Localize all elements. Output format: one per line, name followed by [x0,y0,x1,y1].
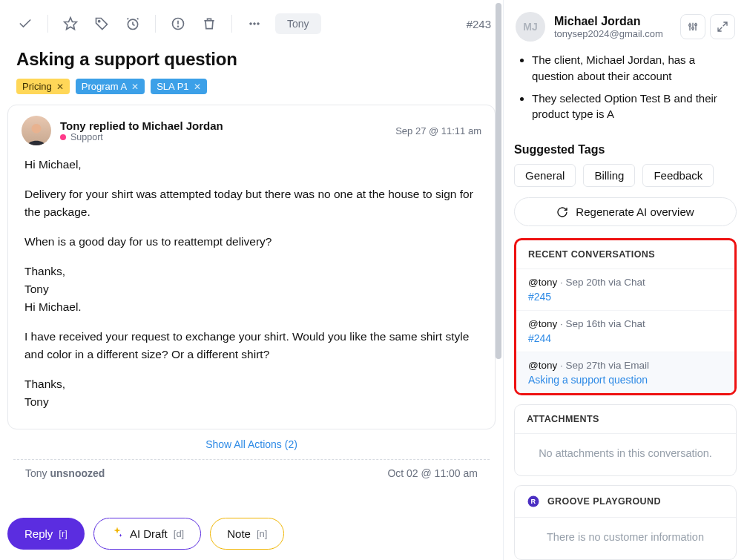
spam-icon[interactable] [165,10,191,37]
svg-point-1 [99,21,100,22]
expand-icon[interactable] [710,14,735,39]
refresh-icon [556,206,568,218]
svg-point-8 [32,124,42,134]
ai-overview-bullets: The client, Michael Jordan, has a questi… [514,49,737,137]
svg-text:r: r [531,498,536,505]
msg-p: Thanks, Tony [24,375,478,411]
bottom-bar: Reply [r] AI Draft [d] Note [n] [0,509,503,560]
page-title: Asking a support question [0,45,503,74]
message-card: Tony replied to Michael Jordan Support S… [7,105,496,429]
chip-general[interactable]: General [514,164,576,187]
msg-p: When is a good day for us to reattempt d… [24,233,478,251]
unsnooze-when: Oct 02 @ 11:00 am [387,467,478,479]
conv-subject[interactable]: #245 [528,291,723,303]
left-scrollbar[interactable] [496,3,501,359]
conv-meta: Sep 20th via Chat [566,277,645,288]
svg-point-11 [695,24,697,26]
playground-empty: There is no customer information [515,518,736,559]
unsnooze-who: Tony [25,467,47,479]
svg-marker-0 [65,18,77,30]
svg-point-9 [689,24,691,27]
separator [231,15,232,33]
attachments-section: Attachments No attachments in this conve… [514,404,737,476]
avatar [22,116,51,145]
conv-who: @tony [528,318,557,329]
playground-title: r Groove Playground [515,486,736,518]
playground-label: Groove Playground [547,496,661,507]
message-body: Hi Michael, Delivery for your shirt was … [8,153,495,429]
tag-pricing[interactable]: Pricing✕ [16,79,70,94]
toolbar: Tony #243 [0,0,503,45]
unsnooze-row: Tony unsnoozed Oct 02 @ 11:00 am [7,460,496,479]
sparkle-icon [111,526,124,541]
conv-who: @tony [528,277,557,288]
ai-label: AI Draft [130,527,168,540]
svg-point-7 [257,23,260,25]
conversation-id: #243 [467,18,491,30]
ai-key: [d] [174,528,184,539]
assignee-badge[interactable]: Tony [275,13,321,34]
tags-row: Pricing✕ Program A✕ SLA P1✕ [0,74,503,105]
settings-icon[interactable] [680,14,705,39]
message-role: Support [70,132,103,142]
tag-label: SLA P1 [157,81,188,92]
message-from: Tony replied to Michael Jordan [60,119,223,132]
snooze-icon[interactable] [119,10,146,37]
customer-header: MJ Michael Jordan tonysep2024@gmail.com [514,7,737,49]
note-label: Note [227,527,251,540]
conversation-scroll[interactable]: Tony replied to Michael Jordan Support S… [0,105,503,509]
regen-label: Regenerate AI overview [576,205,694,218]
playground-section: r Groove Playground There is no customer… [514,485,737,560]
chip-feedback[interactable]: Feedback [642,164,714,187]
status-dot [60,134,66,140]
reply-button[interactable]: Reply [r] [7,518,85,550]
msg-p: Hi Michael, [24,156,478,174]
msg-p: Thanks, Tony Hi Michael. [24,263,478,316]
conv-meta: Sep 16th via Chat [566,318,645,329]
svg-point-10 [692,27,694,30]
close-icon[interactable]: ✕ [131,82,139,92]
msg-p: Delivery for your shirt was attempted to… [24,185,478,221]
tag-icon[interactable] [88,10,115,37]
tag-sla-p1[interactable]: SLA P1✕ [151,79,206,94]
bullet: The client, Michael Jordan, has a questi… [532,52,737,85]
more-icon[interactable] [241,10,268,37]
reply-label: Reply [24,527,53,540]
check-icon[interactable] [12,10,39,37]
recent-conversations: Recent Conversations @tony · Sep 20th vi… [514,238,737,395]
attachments-empty: No attachments in this conversation. [515,434,736,475]
suggested-tags: General Billing Feedback [514,164,737,187]
note-button[interactable]: Note [n] [210,518,284,550]
bullet: They selected Option Test B and their pr… [532,90,737,123]
attachments-title: Attachments [515,405,736,434]
conv-meta: Sep 27th via Email [566,360,650,371]
suggested-tags-title: Suggested Tags [514,143,737,157]
unsnooze-action: unsnoozed [50,467,105,479]
right-panel: MJ Michael Jordan tonysep2024@gmail.com … [503,0,747,560]
separator [47,15,48,33]
chip-billing[interactable]: Billing [583,164,635,187]
ai-draft-button[interactable]: AI Draft [d] [93,518,201,550]
separator [155,15,156,33]
tag-label: Pricing [22,81,52,92]
regenerate-button[interactable]: Regenerate AI overview [514,197,737,226]
message-header: Tony replied to Michael Jordan Support S… [8,105,495,153]
trash-icon[interactable] [196,10,223,37]
tag-label: Program A [82,81,127,92]
customer-name: Michael Jordan [554,15,663,28]
svg-point-4 [178,26,179,27]
close-icon[interactable]: ✕ [194,82,201,92]
reply-key: [r] [59,528,68,539]
star-icon[interactable] [57,10,84,37]
tag-program-a[interactable]: Program A✕ [76,79,145,94]
conv-subject[interactable]: #244 [528,332,723,344]
conv-item[interactable]: @tony · Sep 16th via Chat #244 [516,311,734,352]
customer-email: tonysep2024@gmail.com [554,28,663,39]
avatar: MJ [516,12,545,42]
show-all-actions[interactable]: Show All Actions (2) [7,429,496,456]
close-icon[interactable]: ✕ [56,82,64,92]
conv-subject[interactable]: Asking a support question [528,374,723,386]
conv-item[interactable]: @tony · Sep 20th via Chat #245 [516,269,734,311]
conv-item[interactable]: @tony · Sep 27th via Email Asking a supp… [516,352,734,393]
groove-icon: r [527,495,540,508]
